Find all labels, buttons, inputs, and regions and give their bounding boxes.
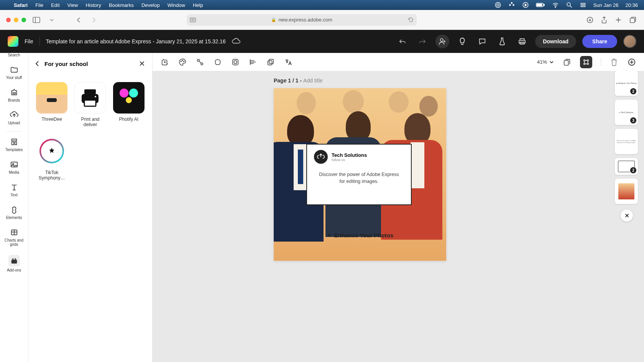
new-tab-icon[interactable] [615, 16, 622, 23]
spotlight-icon[interactable] [566, 2, 573, 8]
add-page-icon[interactable] [627, 58, 636, 67]
window-controls[interactable] [6, 18, 26, 22]
undo-button[interactable] [396, 35, 409, 48]
svg-rect-12 [581, 3, 585, 5]
page-thumbnail-1[interactable]: ◈ Enhance Your Photos 2 [615, 71, 638, 96]
fullscreen-window-icon[interactable] [21, 18, 26, 22]
translate-icon[interactable] [284, 58, 293, 67]
palette-icon[interactable] [178, 58, 187, 67]
nav-templates[interactable]: Templates [0, 134, 28, 156]
downloads-icon[interactable] [586, 16, 593, 23]
menu-help[interactable]: Help [193, 2, 203, 8]
nav-addons[interactable]: Add-ons [0, 251, 28, 276]
frame-icon[interactable] [231, 58, 240, 67]
menu-app[interactable]: Safari [14, 2, 28, 8]
page-thumbnail-3[interactable]: Discover the power of Adobe Express for … [615, 129, 638, 154]
multipage-icon[interactable] [562, 58, 572, 67]
page-thumbnail-5[interactable] [615, 179, 638, 204]
tab-overview-icon[interactable] [629, 16, 636, 23]
nav-your-stuff[interactable]: Your stuff [0, 62, 28, 84]
menu-view[interactable]: View [67, 2, 78, 8]
nav-elements[interactable]: Elements [0, 202, 28, 224]
reader-icon[interactable] [190, 17, 196, 23]
shape-icon[interactable] [213, 58, 222, 67]
share-icon[interactable] [601, 16, 607, 24]
panel-close-button[interactable]: ✕ [139, 59, 145, 68]
document-title[interactable]: Template for an article about Adobe Expr… [46, 38, 226, 44]
crop-icon[interactable] [160, 58, 169, 67]
page-indicator[interactable]: Page 1 / 1 - Add title [274, 77, 446, 84]
figma-icon[interactable] [508, 2, 515, 8]
close-window-icon[interactable] [6, 18, 11, 22]
artboard[interactable]: Tech Solutions follow us Discover the po… [274, 88, 446, 261]
nav-media[interactable]: Media [0, 156, 28, 178]
svg-rect-33 [12, 258, 13, 260]
lock-icon: 🔒 [271, 17, 276, 22]
address-bar[interactable]: 🔒 new.express.adobe.com [187, 14, 417, 26]
svg-rect-54 [564, 60, 568, 65]
control-center-icon[interactable] [580, 2, 586, 8]
menubar-time[interactable]: 20:36 [625, 2, 638, 8]
panel-back-button[interactable] [35, 61, 39, 67]
svg-point-0 [495, 2, 501, 8]
forward-button[interactable] [89, 15, 99, 25]
page-thumbnail-4[interactable]: 2 [615, 158, 638, 175]
menu-history[interactable]: History [85, 2, 101, 8]
delete-icon[interactable] [610, 58, 619, 67]
file-menu[interactable]: File [25, 38, 33, 44]
adobe-express-logo-icon[interactable] [8, 36, 18, 47]
cloud-sync-icon[interactable] [232, 38, 240, 45]
svg-rect-37 [84, 100, 96, 106]
nav-brands[interactable]: Brands [0, 84, 28, 106]
zoom-control[interactable]: 41% [537, 59, 554, 65]
adobe-cc-icon[interactable] [495, 2, 501, 8]
user-avatar[interactable] [623, 35, 636, 48]
refresh-icon[interactable] [408, 17, 414, 23]
media-icon [10, 160, 18, 169]
menu-bookmarks[interactable]: Bookmarks [109, 2, 134, 8]
text-card-overlay[interactable]: Tech Solutions follow us Discover the po… [306, 144, 412, 205]
nav-upload[interactable]: Upload [0, 107, 28, 129]
comment-icon[interactable] [475, 35, 489, 48]
menubar-date[interactable]: Sun Jan 26 [593, 2, 619, 8]
download-button[interactable]: Download [535, 35, 576, 48]
svg-point-44 [201, 63, 203, 65]
nav-text[interactable]: Text [0, 179, 28, 201]
addon-photify[interactable]: Photify AI [112, 82, 145, 128]
print-icon[interactable] [515, 35, 529, 48]
menu-file[interactable]: File [35, 2, 43, 8]
page-thumbnail-2[interactable]: ● Tech Solutions 3 [615, 100, 638, 125]
nav-charts[interactable]: Charts and grids [0, 224, 28, 250]
wifi-icon[interactable] [552, 2, 559, 8]
back-button[interactable] [74, 15, 84, 25]
add-people-button[interactable] [435, 35, 449, 48]
share-button[interactable]: Share [582, 35, 617, 48]
svg-point-55 [584, 59, 585, 61]
addon-threedee[interactable]: ThreeDee [35, 82, 68, 128]
menu-develop[interactable]: Develop [141, 2, 160, 8]
sidebar-toggle-icon[interactable] [31, 15, 41, 25]
close-pages-strip[interactable]: ✕ [621, 209, 633, 222]
svg-rect-35 [84, 89, 96, 94]
redo-button[interactable] [416, 35, 429, 48]
nav-rail: Search Your stuff Brands Upload Template… [0, 53, 28, 362]
addons-panel: For your school ✕ ThreeDee Print and del… [28, 53, 153, 362]
thumb-badge: 3 [630, 117, 636, 123]
addon-tiktok-symphony[interactable]: TikTok Symphony… [35, 135, 68, 181]
animate-icon[interactable] [196, 58, 205, 67]
nav-search[interactable]: Search [0, 53, 28, 61]
addon-print-deliver[interactable]: Print and deliver [74, 82, 107, 128]
minimize-window-icon[interactable] [14, 18, 18, 22]
idea-icon[interactable] [455, 35, 469, 48]
menu-edit[interactable]: Edit [51, 2, 59, 8]
layers-icon[interactable] [266, 58, 275, 67]
structure-icon[interactable] [580, 56, 592, 68]
menu-window[interactable]: Window [168, 2, 185, 8]
enhance-photos-label[interactable]: Enhance Your Photos [327, 232, 393, 239]
play-icon[interactable] [522, 2, 529, 8]
svg-rect-46 [233, 59, 238, 65]
tab-group-chevron-icon[interactable] [47, 15, 57, 25]
battery-icon[interactable] [536, 2, 545, 8]
align-icon[interactable] [248, 58, 258, 67]
beta-icon[interactable] [495, 35, 509, 48]
